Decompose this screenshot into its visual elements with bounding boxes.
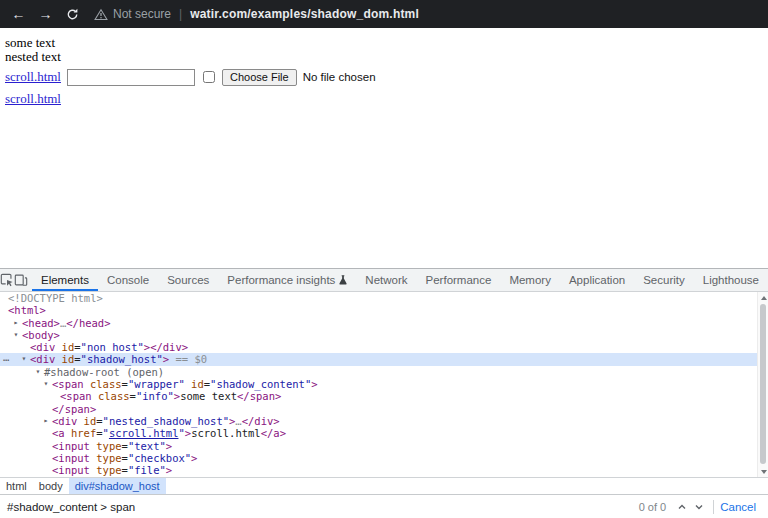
- scroll-down-icon[interactable]: [758, 466, 768, 477]
- dom-row-doctype[interactable]: <!DOCTYPE html>: [0, 292, 768, 304]
- browser-toolbar: ← → Not secure | watir.com/examples/shad…: [0, 0, 768, 28]
- dom-token: "wrapper": [128, 378, 191, 390]
- dom-token: >: [166, 464, 172, 476]
- tab-memory[interactable]: Memory: [500, 269, 560, 291]
- tab-sources[interactable]: Sources: [158, 269, 218, 291]
- dom-token: "nested_shadow_host": [103, 415, 229, 427]
- expand-arrow-icon[interactable]: ▸: [11, 317, 21, 329]
- breadcrumb-item-html[interactable]: html: [0, 478, 33, 494]
- find-cancel-button[interactable]: Cancel: [720, 501, 756, 513]
- dom-token: "file": [128, 464, 166, 476]
- tab-label: Console: [107, 274, 149, 286]
- tab-label: Network: [365, 274, 407, 286]
- dom-row-span-shadow-content[interactable]: ▾<span class="wrapper" id="shadow_conten…: [0, 378, 768, 390]
- tab-network[interactable]: Network: [356, 269, 416, 291]
- collapse-arrow-icon[interactable]: ▾: [33, 366, 43, 378]
- dom-token: #shadow-root (open): [44, 366, 164, 378]
- dom-token: id: [62, 353, 75, 365]
- scrollbar-thumb[interactable]: [760, 304, 766, 464]
- tab-label: Sources: [167, 274, 209, 286]
- devtools-tabs: ElementsConsoleSourcesPerformance insigh…: [32, 269, 768, 291]
- scroll-up-icon[interactable]: [758, 292, 768, 303]
- page-text-some-text: some text: [5, 36, 763, 50]
- not-secure-warning-icon[interactable]: [94, 8, 108, 21]
- dom-token: scroll.html: [109, 427, 179, 439]
- reload-icon[interactable]: [64, 6, 81, 23]
- dom-row-head[interactable]: ▸<head>…</head>: [0, 317, 768, 329]
- inspect-element-icon[interactable]: [0, 269, 14, 291]
- dom-token: type: [96, 440, 121, 452]
- tab-label: Security: [643, 274, 685, 286]
- find-next-icon[interactable]: [690, 498, 707, 515]
- dom-token: type: [96, 464, 121, 476]
- dom-token: </head>: [66, 317, 110, 329]
- dom-token: </span>: [237, 390, 281, 402]
- dom-token: </a>: [261, 427, 286, 439]
- breadcrumb-item-div-shadow-host[interactable]: div#shadow_host: [69, 478, 166, 494]
- expand-arrow-icon[interactable]: ▸: [41, 415, 51, 427]
- dom-row-input-file[interactable]: <input type="file">: [0, 464, 768, 476]
- find-bar: #shadow_content > span 0 of 0 Cancel: [0, 494, 768, 518]
- collapse-arrow-icon[interactable]: ▾: [19, 353, 29, 365]
- dom-token: <head>: [22, 317, 60, 329]
- toolbar-separator: |: [179, 7, 182, 21]
- find-previous-icon[interactable]: [673, 498, 690, 515]
- dom-token: some text: [180, 390, 237, 402]
- dom-token: "info": [136, 390, 174, 402]
- tab-console[interactable]: Console: [98, 269, 158, 291]
- flask-icon: [339, 275, 347, 285]
- device-toolbar-icon[interactable]: [14, 269, 28, 291]
- back-icon[interactable]: ←: [10, 6, 27, 23]
- dom-row-input-text[interactable]: <input type="text">: [0, 440, 768, 452]
- dom-scrollbar[interactable]: [757, 292, 768, 477]
- tab-label: Performance insights: [227, 274, 335, 286]
- dom-token: <html>: [8, 304, 46, 316]
- tab-elements[interactable]: Elements: [32, 269, 98, 291]
- dom-token: <a: [52, 427, 71, 439]
- page-text-nested-text: nested text: [5, 50, 763, 64]
- tab-lighthouse[interactable]: Lighthouse: [694, 269, 768, 291]
- collapse-arrow-icon[interactable]: ▾: [11, 329, 21, 341]
- dom-row-anchor-scroll[interactable]: <a href="scroll.html">scroll.html</a>: [0, 427, 768, 439]
- dom-token: class: [90, 378, 122, 390]
- dom-token: == $0: [169, 353, 207, 365]
- dom-token: class: [98, 390, 130, 402]
- forward-icon[interactable]: →: [37, 6, 54, 23]
- dom-row-input-checkbox[interactable]: <input type="checkbox">: [0, 452, 768, 464]
- collapse-arrow-icon[interactable]: ▾: [41, 378, 51, 390]
- dom-row-html[interactable]: <html>: [0, 304, 768, 316]
- tab-label: Elements: [41, 274, 89, 286]
- dom-row-div-non-host[interactable]: <div id="non_host"></div>: [0, 341, 768, 353]
- dom-row-div-nested-shadow-host[interactable]: ▸<div id="nested_shadow_host">…</div>: [0, 415, 768, 427]
- dom-row-body[interactable]: ▾<body>: [0, 329, 768, 341]
- page-text-input[interactable]: [67, 69, 195, 86]
- dom-tree: <!DOCTYPE html><html>▸<head>…</head>▾<bo…: [0, 292, 768, 477]
- tab-label: Performance: [426, 274, 492, 286]
- row-more-actions-icon[interactable]: …: [3, 351, 10, 363]
- dom-token: <div: [52, 415, 84, 427]
- browser-window: ← → Not secure | watir.com/examples/shad…: [0, 0, 768, 518]
- breadcrumb-item-body[interactable]: body: [33, 478, 69, 494]
- address-url[interactable]: watir.com/examples/shadow_dom.html: [190, 7, 419, 21]
- tab-performance-insights[interactable]: Performance insights: [218, 269, 356, 291]
- tab-application[interactable]: Application: [560, 269, 634, 291]
- dom-token: >: [311, 378, 317, 390]
- scroll-link-2[interactable]: scroll.html: [5, 91, 61, 107]
- page-checkbox[interactable]: [203, 71, 215, 83]
- devtools-tabbar: ElementsConsoleSourcesPerformance insigh…: [0, 269, 768, 292]
- file-status-text: No file chosen: [303, 71, 376, 83]
- dom-row-shadow-root[interactable]: ▾#shadow-root (open): [0, 366, 768, 378]
- tab-security[interactable]: Security: [634, 269, 694, 291]
- dom-token: id: [84, 415, 97, 427]
- scroll-link-1[interactable]: scroll.html: [5, 69, 61, 85]
- choose-file-button[interactable]: Choose File: [222, 69, 297, 86]
- dom-row-span-info[interactable]: <span class="info">some text</span>: [0, 390, 768, 402]
- tab-label: Application: [569, 274, 625, 286]
- dom-token: "shadow_content": [210, 378, 311, 390]
- tab-performance[interactable]: Performance: [417, 269, 501, 291]
- dom-token: "checkbox": [128, 452, 191, 464]
- find-input[interactable]: #shadow_content > span: [0, 501, 639, 513]
- dom-row-div-shadow-host[interactable]: …▾<div id="shadow_host"> == $0: [0, 353, 768, 365]
- dom-row-span-close[interactable]: </span>: [0, 403, 768, 415]
- dom-token: >: [166, 440, 172, 452]
